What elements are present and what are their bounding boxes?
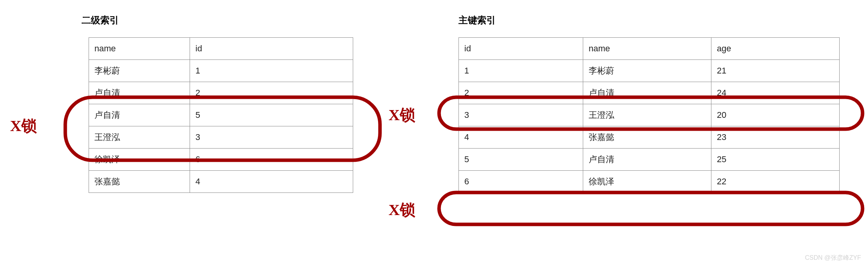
cell-age: 21 (711, 60, 840, 82)
table-row: 6 徐凯泽 22 (459, 171, 840, 193)
table-header-row: name id (89, 38, 353, 60)
right-lock-label-2: X锁 (389, 199, 415, 220)
table-row: 4 张嘉懿 23 (459, 126, 840, 149)
cell-name: 张嘉懿 (89, 171, 190, 193)
table-row: 3 王澄泓 20 (459, 104, 840, 126)
cell-id: 2 (190, 82, 353, 104)
col-header: age (711, 38, 840, 60)
table-row: 5 卢自清 25 (459, 149, 840, 171)
cell-name: 卢自清 (89, 104, 190, 126)
right-lock-capsule-2 (439, 192, 863, 224)
cell-name: 王澄泓 (89, 126, 190, 149)
cell-id: 1 (190, 60, 353, 82)
table-row: 卢自清 5 (89, 104, 353, 126)
cell-id: 6 (459, 171, 583, 193)
cell-age: 22 (711, 171, 840, 193)
left-lock-label: X锁 (10, 115, 37, 136)
cell-name: 张嘉懿 (583, 126, 711, 149)
col-header: id (459, 38, 583, 60)
cell-id: 5 (190, 104, 353, 126)
table-row: 卢自清 2 (89, 82, 353, 104)
cell-id: 3 (190, 126, 353, 149)
right-table-title: 主键索引 (458, 14, 496, 26)
cell-age: 25 (711, 149, 840, 171)
cell-id: 4 (190, 171, 353, 193)
diagram-stage: 二级索引 主键索引 X锁 X锁 X锁 name id 李彬蔚 1 卢自清 2 卢… (0, 0, 868, 266)
cell-id: 2 (459, 82, 583, 104)
cell-name: 徐凯泽 (583, 171, 711, 193)
cell-name: 王澄泓 (583, 104, 711, 126)
right-lock-label-1: X锁 (389, 104, 415, 126)
cell-name: 李彬蔚 (89, 60, 190, 82)
watermark: CSDN @张彦峰ZYF (805, 254, 861, 262)
cell-age: 20 (711, 104, 840, 126)
cell-name: 卢自清 (583, 82, 711, 104)
table-row: 2 卢自清 24 (459, 82, 840, 104)
cell-id: 6 (190, 149, 353, 171)
cell-age: 24 (711, 82, 840, 104)
table-row: 李彬蔚 1 (89, 60, 353, 82)
cell-id: 5 (459, 149, 583, 171)
table-row: 徐凯泽 6 (89, 149, 353, 171)
cell-name: 卢自清 (89, 82, 190, 104)
col-header: name (89, 38, 190, 60)
cell-name: 徐凯泽 (89, 149, 190, 171)
cell-name: 卢自清 (583, 149, 711, 171)
col-header: name (583, 38, 711, 60)
left-table-title: 二级索引 (82, 14, 119, 26)
col-header: id (190, 38, 353, 60)
table-header-row: id name age (459, 38, 840, 60)
cell-id: 4 (459, 126, 583, 149)
cell-id: 3 (459, 104, 583, 126)
right-table: id name age 1 李彬蔚 21 2 卢自清 24 3 王澄泓 20 4… (458, 37, 840, 193)
left-table: name id 李彬蔚 1 卢自清 2 卢自清 5 王澄泓 3 徐凯泽 6 张嘉… (89, 37, 353, 193)
table-row: 1 李彬蔚 21 (459, 60, 840, 82)
cell-age: 23 (711, 126, 840, 149)
cell-id: 1 (459, 60, 583, 82)
cell-name: 李彬蔚 (583, 60, 711, 82)
table-row: 张嘉懿 4 (89, 171, 353, 193)
table-row: 王澄泓 3 (89, 126, 353, 149)
